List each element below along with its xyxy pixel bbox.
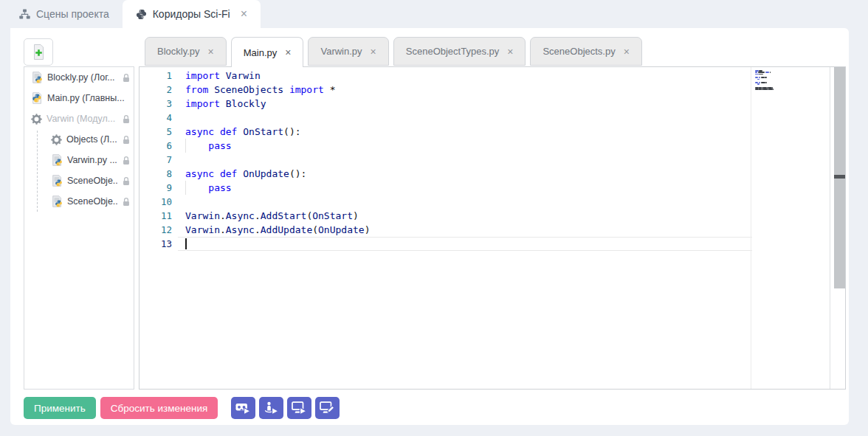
run-vr-button[interactable] <box>231 397 255 419</box>
editor-tab-label: SceneObjects.py <box>542 46 615 57</box>
tree-item-label: Main.py (Главны... <box>47 93 131 103</box>
code-editor[interactable]: 1import Varwin2from SceneObjects import … <box>139 66 846 390</box>
code-text <box>185 195 845 209</box>
code-line[interactable]: 9 pass <box>140 181 845 195</box>
editor-tab-Main.py[interactable]: Main.py× <box>231 37 304 67</box>
tree-item[interactable]: Blockly.py (Лог... <box>24 67 134 88</box>
gear-icon <box>31 114 42 125</box>
run-desktop-button[interactable] <box>287 397 311 419</box>
close-icon[interactable]: × <box>241 8 247 20</box>
editor-tab-label: SceneObjectTypes.py <box>406 46 499 57</box>
tree-item[interactable]: Objects (Л... <box>24 129 134 150</box>
code-line[interactable]: 12Varwin.Async.AddUpdate(OnUpdate) <box>140 223 845 237</box>
editor-tab-Varwin.py[interactable]: Varwin.py× <box>308 37 388 66</box>
code-lines: 1import Varwin2from SceneObjects import … <box>140 69 845 251</box>
sitemap-icon <box>19 9 30 19</box>
add-file-icon <box>31 44 46 60</box>
line-number: 12 <box>140 223 172 237</box>
edit-desktop-button[interactable] <box>315 397 340 419</box>
close-icon[interactable]: × <box>208 46 214 58</box>
tree-item[interactable]: Varwin (Модул... <box>24 108 134 129</box>
code-text <box>185 153 845 167</box>
editor-tab-Blockly.py[interactable]: Blockly.py× <box>145 37 227 66</box>
tree-item[interactable]: Varwin.py ... <box>24 150 134 170</box>
window-tab-Коридоры Sci-Fi[interactable]: Коридоры Sci-Fi× <box>123 0 261 28</box>
gear-icon <box>51 134 62 145</box>
editor-scrollbar[interactable] <box>830 67 845 389</box>
tree-item[interactable]: Main.py (Главны... <box>24 88 134 108</box>
lock-icon <box>122 176 131 186</box>
code-text: pass <box>185 139 845 153</box>
tree-item-label: SceneObje... <box>67 176 117 186</box>
code-text: pass <box>185 181 845 195</box>
code-line[interactable]: 3import Blockly <box>140 97 845 111</box>
code-line[interactable]: 11Varwin.Async.AddStart(OnStart) <box>140 209 845 223</box>
code-text: import Varwin <box>185 69 845 83</box>
add-script-button[interactable] <box>24 38 53 66</box>
code-line[interactable]: 5async def OnStart(): <box>140 125 845 139</box>
code-text: from SceneObjects import * <box>185 83 845 97</box>
editor-tab-bar: Blockly.py×Main.py×Varwin.py×SceneObject… <box>145 37 642 66</box>
close-icon[interactable]: × <box>507 46 513 58</box>
reset-changes-button[interactable]: Сбросить изменения <box>100 397 218 419</box>
indent-guide <box>185 139 186 153</box>
code-text: async def OnStart(): <box>185 125 845 139</box>
line-number: 6 <box>140 139 172 153</box>
run-spectator-icon <box>264 401 279 415</box>
run-vr-icon <box>235 402 251 415</box>
python-file-icon <box>31 72 43 83</box>
tree-item[interactable]: SceneObje... <box>24 170 134 191</box>
lock-icon <box>122 135 131 145</box>
lock-icon <box>122 114 131 124</box>
python-file-icon <box>51 195 63 207</box>
tree-item-label: Varwin.py ... <box>67 155 117 165</box>
line-number: 3 <box>140 97 172 111</box>
code-line[interactable]: 6 pass <box>140 139 845 153</box>
python-page-icon <box>31 92 43 104</box>
close-icon[interactable]: × <box>285 46 291 58</box>
code-line[interactable]: 10 <box>140 195 845 209</box>
lock-icon <box>122 156 131 165</box>
lock-icon <box>122 73 131 83</box>
editor-tab-SceneObjects.py[interactable]: SceneObjects.py× <box>530 37 641 66</box>
apply-button[interactable]: Применить <box>24 397 96 419</box>
code-line[interactable]: 1import Varwin <box>140 69 845 83</box>
close-icon[interactable]: × <box>624 46 630 58</box>
editor-tab-label: Varwin.py <box>320 46 362 57</box>
editor-tab-SceneObjectTypes.py[interactable]: SceneObjectTypes.py× <box>393 37 526 66</box>
window-tab-label: Сцены проекта <box>36 8 109 20</box>
indent-guide <box>185 181 186 195</box>
window-tab-Сцены проекта[interactable]: Сцены проекта <box>6 0 123 28</box>
tree-item-label: Objects (Л... <box>66 134 117 145</box>
code-line[interactable]: 2from SceneObjects import * <box>140 83 845 97</box>
minimap[interactable] <box>751 67 830 389</box>
code-text <box>185 237 845 251</box>
script-tree: Blockly.py (Лог...Main.py (Главны...Varw… <box>24 66 134 390</box>
tree-item-label: SceneObje... <box>67 196 117 207</box>
code-text: Varwin.Async.AddUpdate(OnUpdate) <box>185 223 845 237</box>
window-tab-bar: Сцены проектаКоридоры Sci-Fi× <box>0 0 868 28</box>
code-text: import Blockly <box>185 97 845 111</box>
line-number: 11 <box>140 209 172 223</box>
scrollbar-cursor-marker <box>834 175 845 179</box>
run-desktop-icon <box>292 401 307 415</box>
project-panel: Blockly.py (Лог...Main.py (Главны...Varw… <box>10 28 849 425</box>
code-line[interactable]: 4 <box>140 111 845 125</box>
line-number: 13 <box>140 237 172 251</box>
code-text <box>185 111 845 125</box>
line-number: 8 <box>140 167 172 181</box>
code-line[interactable]: 7 <box>140 153 845 167</box>
text-cursor <box>185 238 187 249</box>
code-text: async def OnUpdate(): <box>185 167 845 181</box>
footer-toolbar: Применить Сбросить изменения <box>24 397 340 419</box>
run-spectator-button[interactable] <box>259 397 283 419</box>
python-file-icon <box>51 154 63 166</box>
edit-desktop-icon <box>320 401 335 415</box>
python-dark-icon <box>136 9 147 20</box>
tree-item[interactable]: SceneObje... <box>24 191 134 212</box>
code-line[interactable]: 13 <box>140 237 845 251</box>
line-number: 9 <box>140 181 172 195</box>
close-icon[interactable]: × <box>371 46 376 58</box>
code-line[interactable]: 8async def OnUpdate(): <box>140 167 845 181</box>
python-file-icon <box>51 175 63 187</box>
